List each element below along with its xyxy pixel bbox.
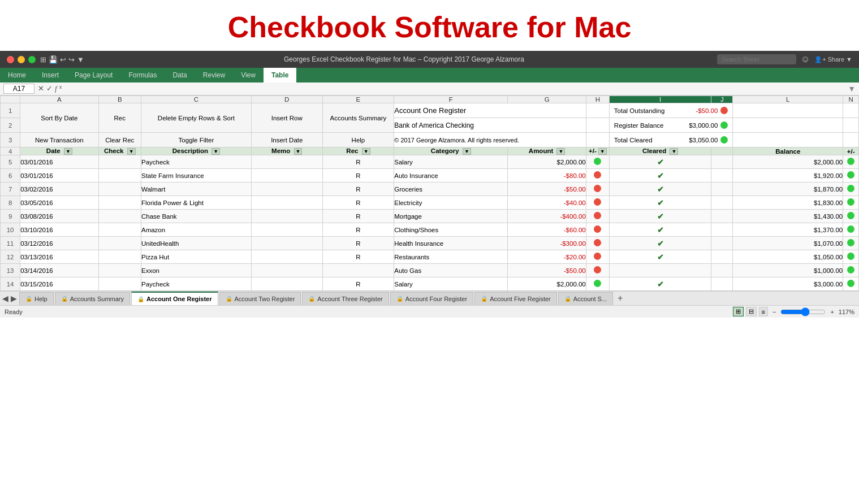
tab-home[interactable]: Home — [0, 68, 34, 82]
new-transaction-button[interactable]: New Transaction — [20, 133, 98, 147]
cancel-formula-icon[interactable]: ✕ — [38, 84, 44, 93]
pm-dot — [594, 225, 601, 233]
zoom-minus-button[interactable]: − — [772, 309, 776, 315]
close-button[interactable] — [7, 56, 14, 63]
cleared-check: ✔ — [657, 198, 664, 207]
cat-filter[interactable]: ▼ — [463, 148, 471, 155]
pm-dot — [594, 158, 601, 165]
col-memo[interactable]: Memo ▼ — [251, 147, 322, 155]
page-layout-view-button[interactable]: ⊟ — [746, 307, 757, 316]
delete-empty-button[interactable]: Delete Empty Rows & Sort — [141, 103, 251, 133]
tab-account-five-label: Account Five Register — [490, 296, 551, 302]
sheet-tab-account-three[interactable]: 🔒 Account Three Register — [302, 292, 389, 305]
balance-dot — [847, 225, 854, 233]
check-filter[interactable]: ▼ — [127, 148, 136, 155]
empty-n1 — [843, 103, 859, 118]
sheet-tab-accounts-summary[interactable]: 🔒 Accounts Summary — [55, 292, 130, 305]
total-outstanding-indicator — [720, 107, 728, 114]
col-c[interactable]: C — [141, 96, 251, 103]
tab-nav-next[interactable]: ▶ — [11, 294, 17, 303]
tab-account-s-label: Account S... — [573, 296, 607, 302]
save-icon[interactable]: 💾 — [49, 55, 58, 64]
page-break-view-button[interactable]: ≡ — [759, 307, 768, 316]
balance-dot — [847, 185, 854, 192]
col-date[interactable]: Date ▼ — [20, 147, 98, 155]
sheet-tab-account-s[interactable]: 🔒 Account S... — [558, 292, 613, 305]
col-rec[interactable]: Rec ▼ — [322, 147, 394, 155]
tab-formulas[interactable]: Formulas — [120, 68, 165, 82]
insert-function-icon[interactable]: f — [55, 84, 57, 93]
ribbon-tab-bar: Home Insert Page Layout Formulas Data Re… — [0, 68, 859, 82]
redo-icon[interactable]: ↪ — [68, 55, 75, 64]
table-row: 7 03/02/2016 Walmart R Groceries -$50.00… — [1, 183, 859, 196]
maximize-button[interactable] — [28, 56, 36, 63]
cleared-check: ✔ — [657, 158, 664, 167]
smiley-icon[interactable]: ☺ — [801, 54, 810, 64]
minimize-button[interactable] — [18, 56, 25, 63]
formula-expand-icon[interactable]: ▼ — [848, 84, 856, 93]
cleared-filter[interactable]: ▼ — [670, 148, 678, 155]
col-balance[interactable]: Balance — [733, 147, 843, 155]
col-j[interactable]: J — [711, 96, 733, 103]
sheet-tab-account-one[interactable]: 🔒 Account One Register — [131, 292, 218, 305]
add-sheet-button[interactable]: + — [614, 293, 626, 303]
cell-reference-input[interactable] — [3, 84, 34, 94]
tab-nav-prev[interactable]: ◀ — [2, 294, 8, 303]
tab-insert[interactable]: Insert — [34, 68, 67, 82]
col-h[interactable]: H — [586, 96, 609, 103]
sort-by-date-button[interactable]: Sort By Date — [20, 103, 98, 133]
desc-filter[interactable]: ▼ — [211, 148, 220, 155]
empty-h3 — [586, 133, 609, 147]
insert-date-button[interactable]: Insert Date — [251, 133, 322, 147]
col-d[interactable]: D — [251, 96, 322, 103]
col-amount[interactable]: Amount ▼ — [508, 147, 586, 155]
insert-row-button[interactable]: Insert Row — [251, 103, 322, 133]
col-e[interactable]: E — [322, 96, 394, 103]
tab-bar: ◀ ▶ 🔒 Help 🔒 Accounts Summary 🔒 Account … — [0, 291, 859, 305]
total-cleared-indicator — [720, 136, 728, 144]
date-filter[interactable]: ▼ — [64, 148, 72, 155]
amount-filter[interactable]: ▼ — [556, 148, 565, 155]
normal-view-button[interactable]: ⊞ — [733, 307, 744, 316]
toggle-filter-button[interactable]: Toggle Filter — [141, 133, 251, 147]
register-balance-value: $3,000.00 — [689, 122, 718, 129]
sheet-tab-account-two[interactable]: 🔒 Account Two Register — [219, 292, 301, 305]
zoom-slider[interactable] — [780, 307, 826, 316]
col-f[interactable]: F — [394, 96, 508, 103]
share-button[interactable]: 👤+ Share ▼ — [814, 56, 852, 63]
memo-filter[interactable]: ▼ — [294, 148, 303, 155]
col-n[interactable]: N — [843, 96, 859, 103]
col-category[interactable]: Category ▼ — [394, 147, 508, 155]
pm-filter[interactable]: ▼ — [598, 148, 607, 155]
undo-icon[interactable]: ↩ — [60, 55, 66, 64]
lock-icon: 🔒 — [137, 296, 144, 302]
col-g[interactable]: G — [508, 96, 586, 103]
search-input[interactable] — [717, 54, 796, 64]
col-description[interactable]: Description ▼ — [141, 147, 251, 155]
rec-filter[interactable]: ▼ — [362, 148, 370, 155]
help-button[interactable]: Help — [322, 133, 394, 147]
sidebar-icon[interactable]: ⊞ — [40, 55, 46, 64]
col-a[interactable]: A — [20, 96, 98, 103]
col-l[interactable]: L — [733, 96, 843, 103]
sheet-tab-account-five[interactable]: 🔒 Account Five Register — [474, 292, 557, 305]
tab-view[interactable]: View — [233, 68, 264, 82]
tab-data[interactable]: Data — [165, 68, 195, 82]
rec-button[interactable]: Rec — [98, 103, 141, 133]
zoom-plus-button[interactable]: + — [830, 309, 834, 315]
accounts-summary-button[interactable]: Accounts Summary — [322, 103, 394, 133]
customize-icon[interactable]: ▼ — [77, 55, 84, 64]
col-b[interactable]: B — [98, 96, 141, 103]
clear-rec-button[interactable]: Clear Rec — [98, 133, 141, 147]
sheet-tab-help[interactable]: 🔒 Help — [19, 292, 54, 305]
tab-table[interactable]: Table — [264, 68, 296, 82]
tab-page-layout[interactable]: Page Layout — [67, 68, 120, 82]
col-check[interactable]: Check ▼ — [98, 147, 141, 155]
sheet-tab-account-four[interactable]: 🔒 Account Four Register — [390, 292, 473, 305]
tab-review[interactable]: Review — [195, 68, 233, 82]
row-num-3: 3 — [1, 133, 20, 147]
col-i[interactable]: I — [609, 96, 711, 103]
formula-input[interactable] — [65, 84, 844, 93]
confirm-formula-icon[interactable]: ✓ — [46, 84, 53, 93]
col-cleared[interactable]: Cleared ▼ — [609, 147, 711, 155]
